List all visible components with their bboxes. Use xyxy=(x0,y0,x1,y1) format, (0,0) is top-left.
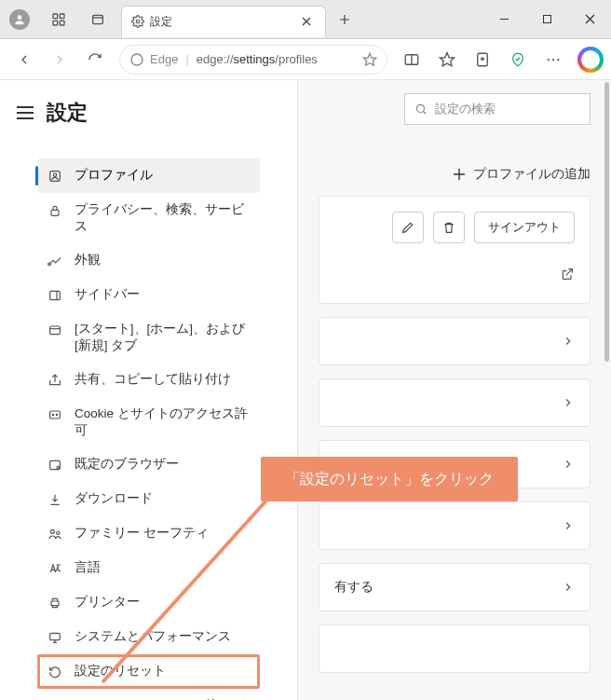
scrollbar-thumb[interactable] xyxy=(604,82,609,362)
collections-button[interactable] xyxy=(466,43,499,76)
search-placeholder: 設定の検索 xyxy=(435,101,496,117)
sidebar-item-reset[interactable]: 設定のリセット xyxy=(37,654,260,689)
tab-actions-button[interactable] xyxy=(78,0,117,39)
browser-essentials-button[interactable] xyxy=(501,43,535,76)
tab-icon xyxy=(47,322,63,338)
sidebar-item-printers[interactable]: プリンター xyxy=(37,585,260,620)
settings-row[interactable]: 有する xyxy=(319,563,591,611)
search-icon xyxy=(414,103,428,116)
settings-search-input[interactable]: 設定の検索 xyxy=(404,93,591,125)
new-tab-button[interactable] xyxy=(330,5,360,34)
edit-profile-button[interactable] xyxy=(392,212,424,243)
svg-point-28 xyxy=(57,531,60,534)
svg-rect-2 xyxy=(60,14,64,19)
add-profile-button[interactable]: プロファイルの追加 xyxy=(453,166,591,183)
tab-close-button[interactable] xyxy=(297,12,316,31)
settings-sidebar: 設定 プロファイル プライバシー、検索、サービス 外観 サイドバー [スタート]… xyxy=(0,80,298,700)
sidebar-item-cookies[interactable]: Cookie とサイトのアクセス許可 xyxy=(37,397,260,447)
site-identity: Edge xyxy=(129,52,178,67)
tab-settings[interactable]: 設定 xyxy=(121,6,326,37)
sidebar-item-label: 共有、コピーして貼り付け xyxy=(75,371,231,388)
sidebar-item-privacy[interactable]: プライバシー、検索、サービス xyxy=(37,193,260,243)
sidebar-item-languages[interactable]: 言語 xyxy=(37,551,260,585)
delete-profile-button[interactable] xyxy=(433,212,465,243)
svg-rect-5 xyxy=(93,15,103,23)
family-icon xyxy=(47,526,63,542)
sidebar-item-appearance[interactable]: 外観 xyxy=(37,243,260,278)
refresh-button[interactable] xyxy=(78,43,112,76)
split-screen-button[interactable] xyxy=(395,43,428,76)
profile-card: サインアウト xyxy=(319,196,591,304)
sidebar-item-label: プロファイル xyxy=(75,167,153,184)
copilot-button[interactable] xyxy=(577,47,604,73)
lock-icon xyxy=(47,202,63,219)
sidebar-item-phone[interactable]: スマートフォンとその他のデバイス xyxy=(37,689,260,700)
svg-rect-25 xyxy=(50,460,61,469)
tab-title: 設定 xyxy=(150,14,292,30)
pencil-icon xyxy=(401,220,415,235)
chevron-right-icon xyxy=(562,458,575,471)
back-button[interactable] xyxy=(7,43,41,76)
workspaces-button[interactable] xyxy=(39,0,78,39)
svg-rect-1 xyxy=(53,14,58,19)
trash-icon xyxy=(441,220,456,235)
sidebar-item-default-browser[interactable]: 既定のブラウザー xyxy=(37,447,260,482)
profile-button[interactable] xyxy=(0,0,39,39)
svg-rect-30 xyxy=(50,633,61,639)
window-titlebar: 設定 xyxy=(0,0,611,39)
sidebar-icon xyxy=(47,287,63,304)
svg-rect-18 xyxy=(51,210,59,215)
gear-icon xyxy=(131,15,144,28)
external-link-icon[interactable] xyxy=(560,267,575,281)
svg-point-13 xyxy=(548,58,550,60)
sidebar-item-label: 外観 xyxy=(75,252,101,268)
sidebar-item-downloads[interactable]: ダウンロード xyxy=(37,482,260,516)
svg-point-15 xyxy=(557,58,559,60)
forward-button[interactable] xyxy=(43,43,76,76)
sidebar-item-system[interactable]: システムとパフォーマンス xyxy=(37,620,260,654)
favorites-button[interactable] xyxy=(430,43,464,76)
svg-marker-11 xyxy=(441,52,455,65)
window-minimize-button[interactable] xyxy=(482,0,525,39)
svg-point-27 xyxy=(50,529,54,533)
signout-button[interactable]: サインアウト xyxy=(474,212,575,243)
share-icon xyxy=(47,372,63,389)
scrollbar[interactable] xyxy=(604,80,611,700)
address-bar[interactable]: Edge | edge://settings/profiles xyxy=(119,45,387,75)
printer-icon xyxy=(47,595,63,611)
annotation-callout: 「設定のリセット」をクリック xyxy=(261,457,518,501)
row-label: 有する xyxy=(334,579,373,596)
chevron-right-icon xyxy=(562,396,575,409)
download-icon xyxy=(47,491,63,508)
svg-point-14 xyxy=(552,58,554,60)
sidebar-item-label: 設定のリセット xyxy=(75,663,166,679)
settings-row[interactable] xyxy=(319,501,591,550)
svg-point-6 xyxy=(136,20,140,23)
page-title: 設定 xyxy=(47,99,88,127)
plus-icon xyxy=(453,168,466,181)
favorite-button[interactable] xyxy=(362,52,377,67)
chevron-right-icon xyxy=(562,581,575,594)
sidebar-item-sidebar[interactable]: サイドバー xyxy=(37,278,260,312)
svg-point-17 xyxy=(53,173,56,176)
sidebar-item-profiles[interactable]: プロファイル xyxy=(37,158,260,193)
window-maximize-button[interactable] xyxy=(525,0,568,39)
profile-avatar-icon xyxy=(9,9,30,30)
svg-point-8 xyxy=(131,54,143,65)
sidebar-item-start-home[interactable]: [スタート]、[ホーム]、および [新規] タブ xyxy=(37,312,260,363)
settings-row[interactable] xyxy=(319,625,591,673)
sidebar-item-share-copy[interactable]: 共有、コピーして貼り付け xyxy=(37,363,260,397)
menu-button[interactable] xyxy=(17,106,34,119)
svg-point-23 xyxy=(52,414,53,415)
sidebar-item-label: 既定のブラウザー xyxy=(75,456,179,473)
more-button[interactable] xyxy=(536,43,570,76)
sidebar-item-label: プライバシー、検索、サービス xyxy=(75,201,251,235)
system-icon xyxy=(47,629,63,646)
window-close-button[interactable] xyxy=(568,0,611,39)
sidebar-item-family[interactable]: ファミリー セーフティ xyxy=(37,516,260,551)
svg-rect-4 xyxy=(60,21,64,25)
settings-row[interactable] xyxy=(319,378,591,427)
sidebar-item-label: ダウンロード xyxy=(75,490,153,507)
settings-row[interactable] xyxy=(319,317,591,365)
chevron-right-icon xyxy=(562,335,575,348)
